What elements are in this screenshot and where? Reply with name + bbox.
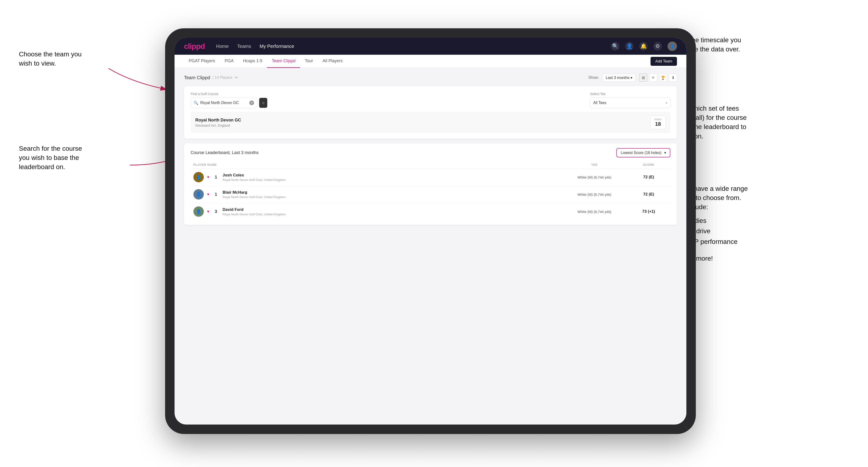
tee-select[interactable]: All Tees ▾ bbox=[590, 98, 670, 108]
team-name-text: Team Clippd bbox=[184, 75, 210, 81]
add-team-button[interactable]: Add Team bbox=[651, 57, 677, 66]
course-result-row: Royal North Devon GC Westward Ho!, Engla… bbox=[191, 112, 670, 133]
player-rank: 1 bbox=[213, 192, 219, 197]
leaderboard-header: Course Leaderboard, Last 3 months Lowest… bbox=[191, 148, 670, 157]
heart-icon[interactable]: ♥ bbox=[207, 175, 210, 179]
select-tee-label: Select Tee bbox=[590, 92, 670, 96]
course-search-card: Find a Golf Course 🔍 ✕ ☆ Select Tee bbox=[184, 86, 677, 139]
subnav-tour[interactable]: Tour bbox=[300, 55, 318, 68]
avatar: 👤 bbox=[193, 206, 204, 217]
download-button[interactable]: ⬇ bbox=[669, 73, 677, 82]
tee-value: All Tees bbox=[593, 101, 607, 105]
score-type-value: Lowest Score (18 holes) bbox=[621, 151, 661, 155]
favorite-course-button[interactable]: ☆ bbox=[259, 98, 268, 108]
heart-icon[interactable]: ♥ bbox=[207, 192, 210, 196]
view-icons: ⊞ ≡ 🏆 ⬇ bbox=[639, 73, 677, 82]
annotation-bottom-left: Search for the course you wish to base t… bbox=[19, 144, 82, 172]
show-label: Show: bbox=[588, 75, 599, 80]
heart-icon[interactable]: ♥ bbox=[207, 210, 210, 214]
subnav-team-clippd[interactable]: Team Clippd bbox=[267, 55, 300, 68]
settings-icon[interactable]: ⚙ bbox=[653, 42, 662, 51]
team-title: Team Clippd | 14 Players ✏ bbox=[184, 75, 238, 81]
avatar: 👤 bbox=[193, 172, 204, 182]
leaderboard-columns: PLAYER NAME TEE SCORE bbox=[191, 161, 670, 168]
time-range-select[interactable]: Last 3 months ▾ bbox=[602, 74, 636, 82]
app-logo: clippd bbox=[184, 42, 205, 51]
player-count: | 14 Players bbox=[213, 75, 232, 80]
edit-team-icon[interactable]: ✏ bbox=[235, 75, 238, 80]
table-row: 👤 ♥ 3 David Ford Royal North Devon Golf … bbox=[191, 203, 670, 220]
tablet-screen: clippd Home Teams My Performance 🔍 👤 🔔 ⚙… bbox=[175, 38, 686, 425]
score-info: 72 (E) bbox=[630, 175, 668, 180]
score-type-chevron: ▾ bbox=[664, 151, 666, 155]
player-name: David Ford bbox=[223, 207, 286, 212]
tee-chevron-icon: ▾ bbox=[665, 101, 667, 105]
col-score-header: SCORE bbox=[630, 163, 668, 166]
course-holes-box: Holes 18 bbox=[650, 116, 665, 129]
score-info: 72 (E) bbox=[630, 192, 668, 197]
nav-teams[interactable]: Teams bbox=[237, 44, 251, 49]
player-rank: 1 bbox=[213, 175, 219, 180]
tablet-device: clippd Home Teams My Performance 🔍 👤 🔔 ⚙… bbox=[165, 28, 696, 434]
team-controls: Show: Last 3 months ▾ ⊞ ≡ 🏆 ⬇ bbox=[588, 73, 677, 82]
trophy-view-button[interactable]: 🏆 bbox=[659, 73, 667, 82]
nav-icons: 🔍 👤 🔔 ⚙ 👤 bbox=[611, 41, 677, 51]
clear-search-button[interactable]: ✕ bbox=[249, 100, 254, 105]
col-tee-header: TEE bbox=[559, 163, 630, 166]
holes-value: 18 bbox=[654, 121, 661, 127]
player-info: 👤 ♥ 1 Josh Coles Royal North Devon Golf … bbox=[193, 172, 559, 182]
team-header: Team Clippd | 14 Players ✏ Show: Last 3 … bbox=[184, 73, 677, 82]
find-course-label: Find a Golf Course bbox=[191, 92, 585, 96]
subnav-hcaps[interactable]: Hcaps 1-5 bbox=[238, 55, 267, 68]
subnav-pga[interactable]: PGA bbox=[220, 55, 238, 68]
score-type-select[interactable]: Lowest Score (18 holes) ▾ bbox=[616, 148, 670, 157]
player-name: Josh Coles bbox=[223, 173, 286, 178]
table-row: 👤 ♥ 1 Josh Coles Royal North Devon Golf … bbox=[191, 168, 670, 186]
notifications-icon[interactable]: 🔔 bbox=[639, 42, 648, 51]
course-search-input-wrap[interactable]: 🔍 ✕ bbox=[191, 98, 257, 108]
nav-my-performance[interactable]: My Performance bbox=[259, 44, 294, 49]
nav-home[interactable]: Home bbox=[216, 44, 228, 49]
tee-select-col: Select Tee All Tees ▾ bbox=[590, 92, 670, 108]
holes-label: Holes bbox=[654, 118, 661, 121]
subnav-all-players[interactable]: All Players bbox=[318, 55, 347, 68]
users-icon[interactable]: 👤 bbox=[625, 42, 633, 51]
player-club: Royal North Devon Golf Club, United King… bbox=[223, 195, 286, 199]
col-player-header: PLAYER NAME bbox=[193, 163, 559, 166]
grid-view-button[interactable]: ⊞ bbox=[639, 73, 647, 82]
find-course-col: Find a Golf Course 🔍 ✕ ☆ bbox=[191, 92, 585, 108]
tee-info: White (M) (6,744 yds) bbox=[559, 175, 630, 179]
search-icon[interactable]: 🔍 bbox=[611, 42, 619, 51]
subnav-pgat[interactable]: PGAT Players bbox=[184, 55, 220, 68]
list-view-button[interactable]: ≡ bbox=[649, 73, 657, 82]
tee-info: White (M) (6,744 yds) bbox=[559, 210, 630, 214]
tee-info: White (M) (6,744 yds) bbox=[559, 192, 630, 196]
score-info: 73 (+1) bbox=[630, 209, 668, 214]
course-result-info: Royal North Devon GC Westward Ho!, Engla… bbox=[195, 118, 241, 127]
leaderboard-title: Course Leaderboard, Last 3 months bbox=[191, 150, 258, 155]
main-content: Team Clippd | 14 Players ✏ Show: Last 3 … bbox=[175, 68, 686, 230]
subnav: PGAT Players PGA Hcaps 1-5 Team Clippd T… bbox=[175, 55, 686, 68]
annotation-top-left: Choose the team you wish to view. bbox=[19, 50, 82, 68]
user-avatar[interactable]: 👤 bbox=[668, 41, 677, 51]
player-info: 👤 ♥ 3 David Ford Royal North Devon Golf … bbox=[193, 206, 559, 217]
course-search-input[interactable] bbox=[200, 101, 247, 105]
search-row: Find a Golf Course 🔍 ✕ ☆ Select Tee bbox=[191, 92, 670, 108]
player-club: Royal North Devon Golf Club, United King… bbox=[223, 178, 286, 182]
player-club: Royal North Devon Golf Club, United King… bbox=[223, 213, 286, 216]
nav-links: Home Teams My Performance bbox=[216, 44, 599, 49]
table-row: 👤 ♥ 1 Blair McHarg Royal North Devon Gol… bbox=[191, 186, 670, 203]
course-result-location: Westward Ho!, England bbox=[195, 124, 241, 127]
player-info: 👤 ♥ 1 Blair McHarg Royal North Devon Gol… bbox=[193, 189, 559, 199]
leaderboard-card: Course Leaderboard, Last 3 months Lowest… bbox=[184, 144, 677, 225]
search-glass-icon: 🔍 bbox=[194, 101, 198, 105]
avatar: 👤 bbox=[193, 189, 204, 199]
player-name: Blair McHarg bbox=[223, 190, 286, 195]
course-result-name: Royal North Devon GC bbox=[195, 118, 241, 123]
player-rank: 3 bbox=[213, 209, 219, 214]
navbar: clippd Home Teams My Performance 🔍 👤 🔔 ⚙… bbox=[175, 38, 686, 55]
